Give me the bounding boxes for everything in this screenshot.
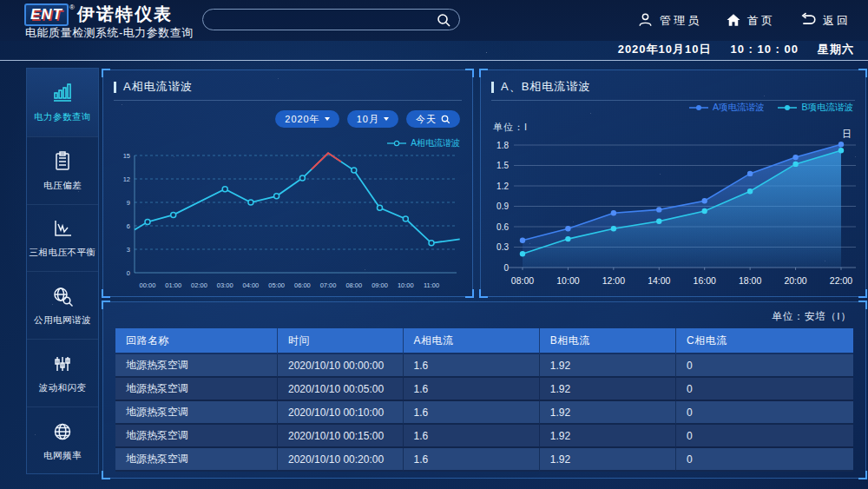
search-bar[interactable] xyxy=(202,9,460,30)
table-cell: 0 xyxy=(676,401,853,425)
registered-mark: ® xyxy=(69,3,75,11)
today-label: 今天 xyxy=(416,113,437,126)
corner-decoration xyxy=(102,289,110,298)
svg-text:0: 0 xyxy=(127,269,130,277)
header-actions: 管理员 首页 返回 xyxy=(637,11,851,30)
home-label: 首页 xyxy=(747,13,775,29)
svg-text:9: 9 xyxy=(127,199,130,207)
table-header-row: 回路名称时间A相电流B相电流C相电流 xyxy=(115,328,853,354)
table-cell: 1.6 xyxy=(404,378,540,401)
sidebar-item-label: 电力参数查询 xyxy=(34,111,91,123)
month-select-button[interactable]: 10月 xyxy=(347,110,398,128)
panel-title-text: A相电流谐波 xyxy=(123,79,193,95)
svg-text:03:00: 03:00 xyxy=(217,281,233,289)
svg-text:12:00: 12:00 xyxy=(602,275,625,286)
svg-text:22:00: 22:00 xyxy=(830,275,852,286)
sliders-icon xyxy=(50,352,75,376)
table-cell: 2020/10/10 00:00:00 xyxy=(278,354,404,378)
svg-text:06:00: 06:00 xyxy=(294,281,311,289)
title-accent-bar xyxy=(491,82,494,93)
svg-text:0.6: 0.6 xyxy=(496,222,509,232)
svg-text:08:00: 08:00 xyxy=(511,275,534,286)
table-cell: 地源热泵空调 xyxy=(115,378,278,401)
svg-text:04:00: 04:00 xyxy=(243,281,260,289)
search-input[interactable] xyxy=(215,10,424,29)
svg-text:00:00: 00:00 xyxy=(140,281,156,289)
current-weekday: 星期六 xyxy=(818,42,854,57)
sidebar-item-3[interactable]: 三相电压不平衡 xyxy=(27,204,98,272)
corner-decoration xyxy=(465,289,474,298)
corner-decoration xyxy=(858,471,867,479)
globe-icon xyxy=(50,420,75,444)
ent-logo: ENT xyxy=(24,3,69,26)
current-time: 10 : 10 : 00 xyxy=(731,43,799,56)
phase-a-harmonics-panel: A相电流谐波 2020年 10月 今天 A相电流谐波 0369121500:00… xyxy=(102,69,473,297)
current-data-table-panel: 单位：安培（I） 回路名称时间A相电流B相电流C相电流 地源热泵空调2020/1… xyxy=(102,301,866,479)
table-column-header: A相电流 xyxy=(404,328,540,354)
legend-phase-b-item[interactable]: B项电流谐波 xyxy=(778,102,853,114)
year-select-button[interactable]: 2020年 xyxy=(275,110,339,128)
user-menu[interactable]: 管理员 xyxy=(637,11,701,30)
table-cell: 2020/10/10 00:05:00 xyxy=(278,378,404,401)
legend-phase-a-item[interactable]: A项电流谐波 xyxy=(689,102,765,114)
month-select-label: 10月 xyxy=(357,113,379,126)
svg-text:15: 15 xyxy=(123,152,130,160)
home-button[interactable]: 首页 xyxy=(726,11,775,30)
svg-text:14:00: 14:00 xyxy=(648,275,670,286)
svg-text:0: 0 xyxy=(503,263,509,273)
svg-text:3: 3 xyxy=(127,246,130,254)
table-row: 地源热泵空调2020/10/10 00:10:001.61.920 xyxy=(115,401,853,425)
table-column-header: 时间 xyxy=(278,328,404,354)
title-accent-bar xyxy=(114,82,116,93)
current-date: 2020年10月10日 xyxy=(618,42,712,57)
sidebar-item-1[interactable]: 电力参数查询 xyxy=(27,69,98,136)
legend-marker-icon xyxy=(689,104,708,111)
svg-text:05:00: 05:00 xyxy=(268,281,285,289)
svg-text:1.2: 1.2 xyxy=(496,182,509,191)
title-underline xyxy=(491,100,855,101)
line-chart-icon xyxy=(50,216,75,241)
table-cell: 1.92 xyxy=(540,354,676,378)
return-icon xyxy=(799,12,817,30)
corner-decoration xyxy=(479,289,488,298)
legend-label: A相电流谐波 xyxy=(411,137,460,149)
corner-decoration xyxy=(102,471,110,479)
globe-search-icon xyxy=(50,284,75,308)
search-icon[interactable] xyxy=(437,13,451,31)
svg-text:18:00: 18:00 xyxy=(739,275,761,286)
table-row: 地源热泵空调2020/10/10 00:05:001.61.920 xyxy=(115,378,853,401)
table-cell: 地源热泵空调 xyxy=(115,354,278,378)
unit-label: 单位：I xyxy=(493,121,528,134)
svg-text:09:00: 09:00 xyxy=(372,281,388,289)
panel-title: A、B相电流谐波 xyxy=(481,70,865,100)
user-label: 管理员 xyxy=(660,13,701,29)
sidebar-item-5[interactable]: 波动和闪变 xyxy=(27,339,98,406)
svg-text:1.5: 1.5 xyxy=(496,161,509,170)
today-search-button[interactable]: 今天 xyxy=(406,110,460,128)
sidebar-item-6[interactable]: 电网频率 xyxy=(27,406,98,474)
table-cell: 2020/10/10 00:10:00 xyxy=(278,401,404,425)
legend-marker-icon xyxy=(778,104,797,111)
table-unit-label: 单位：安培（I） xyxy=(103,302,865,328)
chevron-down-icon xyxy=(325,117,330,121)
chevron-down-icon xyxy=(384,117,389,121)
legend-phase-a[interactable]: A相电流谐波 xyxy=(387,137,460,149)
year-select-label: 2020年 xyxy=(285,113,319,126)
back-button[interactable]: 返回 xyxy=(799,11,851,30)
user-icon xyxy=(637,11,654,30)
table-column-header: B相电流 xyxy=(540,328,676,354)
table-cell: 1.92 xyxy=(540,425,676,448)
sidebar-item-label: 波动和闪变 xyxy=(39,382,87,394)
sidebar-item-label: 公用电网谐波 xyxy=(34,314,91,327)
svg-text:0.3: 0.3 xyxy=(496,242,509,252)
panel-title: A相电流谐波 xyxy=(103,70,472,100)
table-cell: 1.6 xyxy=(404,425,540,448)
sidebar-item-2[interactable]: 电压偏差 xyxy=(27,136,98,204)
current-data-table: 回路名称时间A相电流B相电流C相电流 地源热泵空调2020/10/10 00:0… xyxy=(115,328,853,472)
svg-text:12: 12 xyxy=(123,175,130,183)
home-icon xyxy=(726,12,741,30)
svg-text:20:00: 20:00 xyxy=(784,275,806,286)
date-filter-controls: 2020年 10月 今天 xyxy=(275,110,460,128)
logo: ENT ® 伊诺特仪表 xyxy=(24,3,173,26)
sidebar-item-4[interactable]: 公用电网谐波 xyxy=(27,271,98,339)
